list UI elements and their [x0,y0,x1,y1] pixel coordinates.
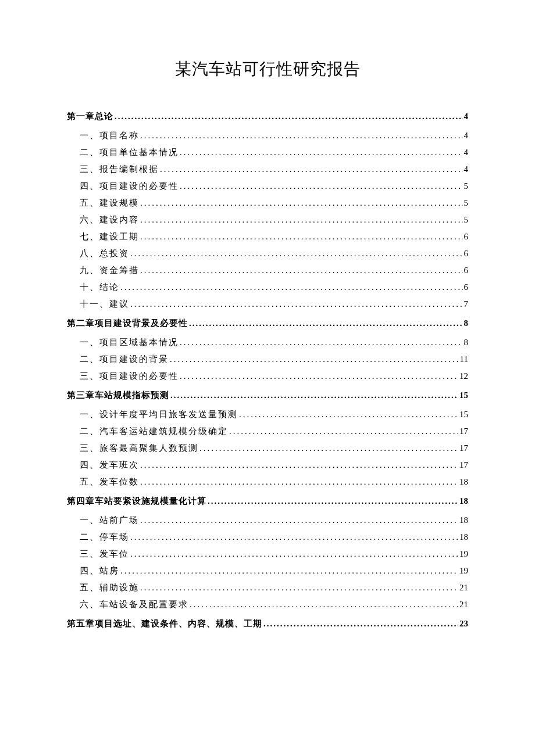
toc-entry-label: 第三章车站规模指标预测 [67,391,169,400]
toc-section-entry: 一、项目区域基本情况..............................… [80,338,468,347]
toc-leader-dots: ........................................… [130,533,458,542]
toc-leader-dots: ........................................… [263,619,458,628]
toc-entry-label: 八、总投资 [80,249,129,258]
toc-entry-page: 11 [460,355,468,364]
toc-leader-dots: ........................................… [189,319,463,328]
toc-entry-label: 一、项目名称 [80,131,139,140]
toc-entry-page: 5 [464,199,469,207]
toc-entry-page: 23 [459,619,468,628]
toc-entry-page: 6 [464,232,469,241]
toc-leader-dots: ........................................… [120,283,463,292]
toc-chapter-entry: 第二章项目建设背景及必要性...........................… [67,319,468,328]
toc-entry-label: 三、发车位 [80,550,129,558]
document-title: 某汽车站可行性研究报告 [67,58,468,80]
toc-section-entry: 一、设计年度平均日旅客发送量预测........................… [80,410,468,419]
toc-entry-page: 18 [459,478,468,486]
toc-section-entry: 十一、建议...................................… [80,300,468,309]
toc-section-entry: 九、资金筹措..................................… [80,266,468,275]
toc-leader-dots: ........................................… [180,372,458,381]
toc-section-entry: 四、项目建设的必要性..............................… [80,182,468,191]
toc-entry-page: 5 [464,216,469,224]
toc-entry-label: 二、汽车客运站建筑规模分级确定 [80,427,228,436]
toc-leader-dots: ........................................… [170,391,458,400]
toc-leader-dots: ........................................… [120,567,458,575]
toc-entry-page: 8 [464,338,469,347]
toc-section-entry: 二、停车场...................................… [80,533,468,542]
toc-entry-page: 17 [459,444,468,453]
toc-leader-dots: ........................................… [140,266,463,275]
toc-entry-label: 第一章总论 [67,112,113,121]
toc-entry-page: 17 [459,427,468,436]
toc-leader-dots: ........................................… [115,112,463,121]
toc-entry-page: 8 [464,319,469,328]
toc-chapter-entry: 第四章车站要紧设施规模量化计算.........................… [67,497,468,506]
toc-leader-dots: ........................................… [180,182,463,191]
toc-entry-label: 三、旅客最高聚集人数预测 [80,444,198,453]
toc-chapter-entry: 第五章项目选址、建设条件、内容、规模、工期...................… [67,619,468,628]
toc-entry-page: 19 [459,550,468,558]
toc-section-entry: 五、建设规模..................................… [80,199,468,207]
toc-entry-label: 第二章项目建设背景及必要性 [67,319,188,328]
toc-entry-label: 一、项目区域基本情况 [80,338,179,347]
toc-section-entry: 一、站前广场..................................… [80,516,468,525]
toc-leader-dots: ........................................… [130,300,463,309]
toc-section-entry: 三、项目建设的必要性..............................… [80,372,468,381]
toc-entry-page: 15 [459,410,468,419]
toc-entry-page: 21 [459,583,468,592]
toc-section-entry: 八、总投资...................................… [80,249,468,258]
toc-entry-page: 18 [459,516,468,525]
toc-entry-page: 7 [464,300,469,309]
toc-entry-page: 21 [459,600,468,609]
toc-entry-label: 第五章项目选址、建设条件、内容、规模、工期 [67,619,262,628]
toc-section-entry: 三、旅客最高聚集人数预测............................… [80,444,468,453]
toc-leader-dots: ........................................… [140,131,463,140]
toc-leader-dots: ........................................… [140,478,458,486]
toc-entry-label: 三、项目建设的必要性 [80,372,179,381]
toc-entry-label: 四、发车班次 [80,461,139,470]
toc-leader-dots: ........................................… [140,216,463,224]
toc-entry-label: 五、发车位数 [80,478,139,486]
toc-entry-label: 六、建设内容 [80,216,139,224]
toc-entry-page: 17 [459,461,468,470]
toc-leader-dots: ........................................… [160,165,463,174]
toc-entry-page: 4 [464,131,469,140]
toc-section-entry: 三、发车位...................................… [80,550,468,558]
toc-entry-label: 二、项目建设的背景 [80,355,169,364]
toc-entry-label: 四、项目建设的必要性 [80,182,179,191]
toc-section-entry: 六、建设内容..................................… [80,216,468,224]
toc-entry-label: 二、停车场 [80,533,129,542]
toc-leader-dots: ........................................… [239,410,458,419]
toc-leader-dots: ........................................… [140,461,458,470]
toc-entry-label: 十一、建议 [80,300,129,309]
toc-leader-dots: ........................................… [170,355,459,364]
toc-leader-dots: ........................................… [190,600,458,609]
toc-entry-page: 15 [459,391,468,400]
toc-leader-dots: ........................................… [130,249,463,258]
table-of-contents: 第一章总论...................................… [67,112,468,628]
toc-leader-dots: ........................................… [208,497,458,506]
toc-leader-dots: ........................................… [229,427,458,436]
toc-leader-dots: ........................................… [180,148,463,157]
toc-section-entry: 十、结论....................................… [80,283,468,292]
toc-entry-page: 4 [464,165,469,174]
toc-section-entry: 二、汽车客运站建筑规模分级确定.........................… [80,427,468,436]
toc-entry-page: 19 [459,567,468,575]
toc-entry-page: 18 [459,497,468,506]
toc-entry-label: 一、设计年度平均日旅客发送量预测 [80,410,238,419]
toc-entry-page: 4 [464,148,469,157]
toc-section-entry: 三、报告编制根据................................… [80,165,468,174]
toc-leader-dots: ........................................… [180,338,463,347]
toc-entry-label: 第四章车站要紧设施规模量化计算 [67,497,206,506]
toc-entry-label: 九、资金筹措 [80,266,139,275]
toc-leader-dots: ........................................… [130,550,458,558]
toc-entry-page: 18 [459,533,468,542]
toc-section-entry: 二、项目建设的背景...............................… [80,355,468,364]
toc-entry-label: 六、车站设备及配置要求 [80,600,188,609]
toc-section-entry: 五、辅助设施..................................… [80,583,468,592]
toc-entry-label: 五、辅助设施 [80,583,139,592]
toc-entry-page: 6 [464,249,469,258]
toc-section-entry: 二、项目单位基本情况..............................… [80,148,468,157]
toc-entry-label: 一、站前广场 [80,516,139,525]
toc-leader-dots: ........................................… [140,583,458,592]
toc-entry-page: 5 [464,182,469,191]
